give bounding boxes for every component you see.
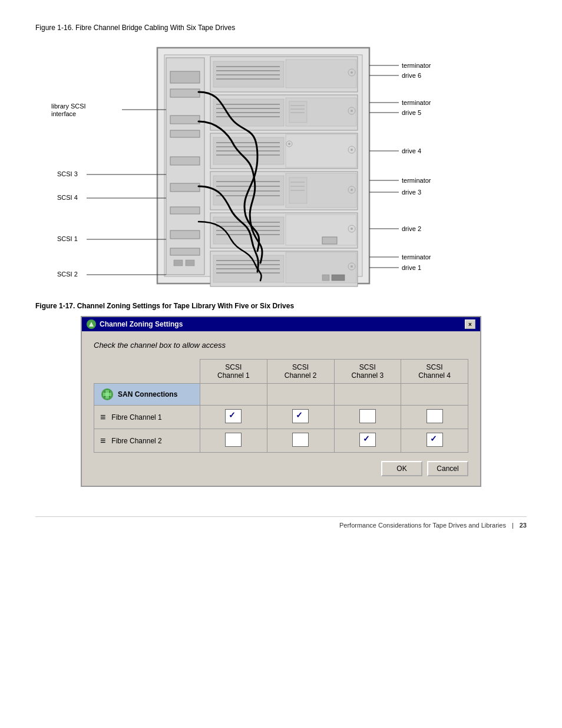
svg-point-44 — [288, 143, 290, 145]
col-scsi2-header: SCSIChannel 2 — [267, 360, 334, 384]
svg-point-59 — [351, 189, 353, 191]
san-connections-row: SAN Connections — [94, 384, 468, 406]
fc2-label: Fibre Channel 2 — [111, 437, 161, 445]
fc2-ch4-checkbox[interactable] — [427, 433, 443, 447]
fc2-row: ≡ Fibre Channel 2 — [94, 429, 468, 453]
dialog-buttons: OK Cancel — [94, 461, 468, 479]
fc1-label: Fibre Channel 1 — [111, 413, 161, 421]
svg-text:interface: interface — [51, 110, 76, 117]
svg-point-78 — [351, 265, 353, 268]
fc2-ch4-cell[interactable] — [401, 429, 468, 453]
san-ch2-cell — [267, 384, 334, 406]
col-scsi4-header: SCSIChannel 4 — [401, 360, 468, 384]
page-number: 23 — [520, 522, 527, 529]
svg-point-46 — [351, 149, 353, 151]
svg-text:terminator: terminator — [402, 177, 431, 184]
fc1-row-header: ≡ Fibre Channel 1 — [100, 412, 194, 423]
fc2-ch1-cell[interactable] — [200, 429, 267, 453]
svg-rect-10 — [170, 230, 200, 239]
channel-zoning-dialog: Channel Zoning Settings × Check the chan… — [81, 316, 481, 487]
san-ch1-cell — [200, 384, 267, 406]
fc1-ch3-checkbox[interactable] — [359, 409, 376, 423]
fc2-ch1-checkbox[interactable] — [225, 433, 242, 447]
figure-17-caption: Figure 1-17. Channel Zoning Settings for… — [35, 302, 527, 310]
table-header-row: SCSIChannel 1 SCSIChannel 2 SCSIChannel … — [94, 360, 468, 384]
san-connections-label: SAN Connections — [100, 387, 194, 401]
svg-rect-66 — [286, 215, 356, 245]
figure-16-caption: Figure 1-16. Fibre Channel Bridge Cablin… — [35, 24, 527, 32]
fc2-ch2-checkbox[interactable] — [292, 433, 309, 447]
fc2-label-cell: ≡ Fibre Channel 2 — [94, 429, 200, 453]
fc1-ch4-checkbox[interactable] — [427, 409, 443, 423]
svg-rect-80 — [332, 275, 345, 281]
svg-text:drive 5: drive 5 — [402, 109, 421, 116]
svg-point-35 — [351, 110, 353, 112]
footer-right: Performance Considerations for Tape Driv… — [339, 522, 527, 529]
dialog-body: Check the channel box to allow access SC… — [82, 331, 480, 486]
svg-point-22 — [351, 71, 353, 74]
san-ch3-cell — [334, 384, 401, 406]
svg-rect-117 — [103, 393, 111, 396]
svg-rect-76 — [286, 252, 356, 283]
svg-text:drive 2: drive 2 — [402, 225, 421, 232]
fc1-ch1-checkbox[interactable] — [225, 409, 242, 423]
svg-rect-11 — [170, 248, 200, 255]
dialog-instruction: Check the channel box to allow access — [94, 341, 468, 350]
fc1-row: ≡ Fibre Channel 1 — [94, 406, 468, 429]
svg-text:terminator: terminator — [402, 99, 431, 106]
svg-rect-12 — [174, 260, 183, 266]
svg-rect-79 — [322, 275, 329, 281]
dialog-icon — [87, 319, 96, 329]
dialog-titlebar: Channel Zoning Settings × — [82, 317, 480, 331]
svg-text:drive 6: drive 6 — [402, 72, 421, 79]
figure-16-svg: library SCSI interface SCSI 3 SCSI 4 SCS… — [39, 39, 523, 292]
svg-text:SCSI 3: SCSI 3 — [57, 170, 78, 177]
fc1-ch3-cell[interactable] — [334, 406, 401, 429]
svg-rect-5 — [170, 116, 200, 124]
svg-text:SCSI 4: SCSI 4 — [57, 194, 78, 201]
svg-text:drive 1: drive 1 — [402, 264, 421, 271]
cancel-button[interactable]: Cancel — [427, 461, 468, 476]
footer-text: Performance Considerations for Tape Driv… — [339, 522, 506, 529]
san-icon — [100, 387, 114, 401]
figure-16-diagram: library SCSI interface SCSI 3 SCSI 4 SCS… — [39, 39, 523, 292]
svg-rect-9 — [170, 207, 200, 214]
svg-text:drive 4: drive 4 — [402, 147, 421, 154]
svg-rect-42 — [286, 134, 356, 167]
fc1-icon: ≡ — [100, 412, 105, 423]
svg-rect-4 — [170, 89, 200, 97]
fc2-icon: ≡ — [100, 436, 105, 446]
svg-point-68 — [351, 228, 353, 230]
fc1-ch1-cell[interactable] — [200, 406, 267, 429]
fc2-ch2-cell[interactable] — [267, 429, 334, 453]
fc2-row-header: ≡ Fibre Channel 2 — [100, 436, 194, 446]
svg-text:SCSI 2: SCSI 2 — [57, 271, 78, 278]
san-ch4-cell — [401, 384, 468, 406]
titlebar-left: Channel Zoning Settings — [87, 319, 183, 329]
svg-rect-6 — [170, 130, 200, 137]
svg-rect-69 — [322, 237, 337, 244]
col-empty-header — [94, 360, 200, 384]
col-scsi3-header: SCSIChannel 3 — [334, 360, 401, 384]
dialog-title: Channel Zoning Settings — [100, 320, 183, 328]
fc2-ch3-checkbox[interactable] — [359, 433, 376, 447]
fc2-ch3-cell[interactable] — [334, 429, 401, 453]
page-footer: Performance Considerations for Tape Driv… — [35, 516, 527, 529]
ok-button[interactable]: OK — [381, 461, 422, 476]
svg-rect-30 — [289, 101, 307, 123]
san-connections-cell: SAN Connections — [94, 384, 200, 406]
svg-rect-3 — [170, 71, 200, 83]
svg-text:SCSI 1: SCSI 1 — [57, 235, 78, 242]
fc1-ch2-cell[interactable] — [267, 406, 334, 429]
fc1-ch4-cell[interactable] — [401, 406, 468, 429]
zoning-table: SCSIChannel 1 SCSIChannel 2 SCSIChannel … — [94, 359, 468, 453]
svg-text:terminator: terminator — [402, 62, 431, 69]
footer-separator: | — [512, 522, 514, 529]
fc1-label-cell: ≡ Fibre Channel 1 — [94, 406, 200, 429]
col-scsi1-header: SCSIChannel 1 — [200, 360, 267, 384]
svg-text:terminator: terminator — [402, 253, 431, 261]
dialog-close-button[interactable]: × — [465, 319, 475, 329]
fc1-ch2-checkbox[interactable] — [292, 409, 309, 423]
svg-rect-13 — [186, 260, 194, 266]
svg-rect-20 — [286, 60, 356, 88]
